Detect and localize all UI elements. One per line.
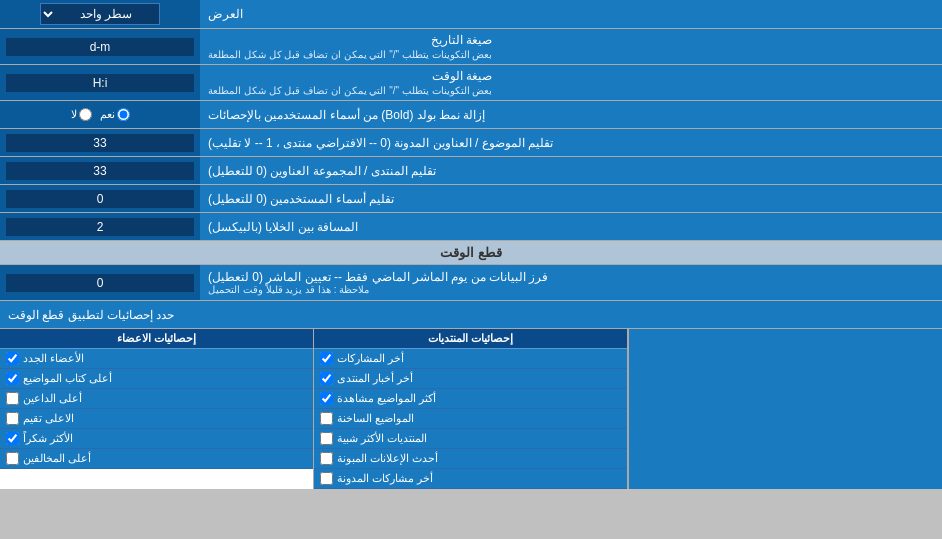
cut-time-input-wrapper [0,265,200,300]
stats-posts-col: إحصائيات المنتديات أخر المشاركات أخر أخب… [313,329,628,489]
list-item: أحدث الإعلانات المبونة [314,449,627,469]
list-item: الأعضاء الجدد [0,349,313,369]
cut-time-input[interactable] [6,274,194,292]
stats-posts-checkbox-6[interactable] [320,452,333,465]
list-item: أعلى المخالفين [0,449,313,469]
users-trim-input[interactable] [6,190,194,208]
stats-members-col: إحصائيات الاعضاء الأعضاء الجدد أعلى كتاب… [0,329,313,489]
cell-spacing-label: المسافة بين الخلايا (بالبيكسل) [200,213,942,240]
stats-posts-checkbox-2[interactable] [320,372,333,385]
date-format-input-wrapper [0,29,200,64]
stats-posts-checkbox-1[interactable] [320,352,333,365]
stats-members-title: إحصائيات الاعضاء [0,329,313,349]
date-format-label: صيغة التاريخ بعض التكوينات يتطلب "/" الت… [200,29,942,64]
stats-members-checkbox-3[interactable] [6,392,19,405]
cut-time-label: فرز البيانات من يوم الماشر الماضي فقط --… [200,265,942,300]
users-trim-label: تقليم أسماء المستخدمين (0 للتعطيل) [200,185,942,212]
list-item: أخر أخبار المنتدى [314,369,627,389]
forum-topics-label: تقليم المنتدى / المجموعة العناوين (0 للت… [200,157,942,184]
bold-yes-option[interactable]: نعم [100,108,130,121]
stats-members-checkbox-1[interactable] [6,352,19,365]
bold-options: نعم لا [0,101,200,128]
list-item: الأكثر شكراً [0,429,313,449]
stats-posts-checkbox-4[interactable] [320,412,333,425]
users-trim-input-wrapper [0,185,200,212]
bold-no-option[interactable]: لا [71,108,92,121]
list-item: أكثر المواضيع مشاهدة [314,389,627,409]
topics-label: تقليم الموضوع / العناوين المدونة (0 -- ا… [200,129,942,156]
display-input-wrapper: سطر واحدسطرينثلاثة أسطر [0,0,200,28]
stats-posts-items: أخر المشاركات أخر أخبار المنتدى أكثر الم… [314,349,627,489]
stats-empty-col [628,329,942,489]
limit-stats-label: حدد إحصائيات لتطبيق قطع الوقت [0,301,942,328]
date-format-input[interactable] [6,38,194,56]
bold-label: إزالة نمط بولد (Bold) من أسماء المستخدمي… [200,101,942,128]
list-item: أعلى الداعين [0,389,313,409]
topics-input[interactable] [6,134,194,152]
display-label: العرض [200,0,942,28]
cell-spacing-input-wrapper [0,213,200,240]
stats-members-checkbox-2[interactable] [6,372,19,385]
stats-posts-title: إحصائيات المنتديات [314,329,627,349]
stats-posts-checkbox-5[interactable] [320,432,333,445]
stats-members-checkbox-6[interactable] [6,452,19,465]
time-format-input-wrapper [0,65,200,100]
time-format-input[interactable] [6,74,194,92]
topics-input-wrapper [0,129,200,156]
list-item: أخر المشاركات [314,349,627,369]
list-item: الاعلى تقيم [0,409,313,429]
list-item: المنتديات الأكثر شبية [314,429,627,449]
list-item: المواضيع الساخنة [314,409,627,429]
stats-members-items: الأعضاء الجدد أعلى كتاب المواضيع أعلى ال… [0,349,313,469]
cell-spacing-input[interactable] [6,218,194,236]
list-item: أعلى كتاب المواضيع [0,369,313,389]
cut-time-header: قطع الوقت [0,241,942,265]
stats-posts-checkbox-7[interactable] [320,472,333,485]
stats-members-checkbox-4[interactable] [6,412,19,425]
list-item: أخر مشاركات المدونة [314,469,627,489]
stats-members-checkbox-5[interactable] [6,432,19,445]
stats-posts-checkbox-3[interactable] [320,392,333,405]
time-format-label: صيغة الوقت بعض التكوينات يتطلب "/" التي … [200,65,942,100]
forum-topics-input-wrapper [0,157,200,184]
forum-topics-input[interactable] [6,162,194,180]
display-select[interactable]: سطر واحدسطرينثلاثة أسطر [40,3,160,25]
